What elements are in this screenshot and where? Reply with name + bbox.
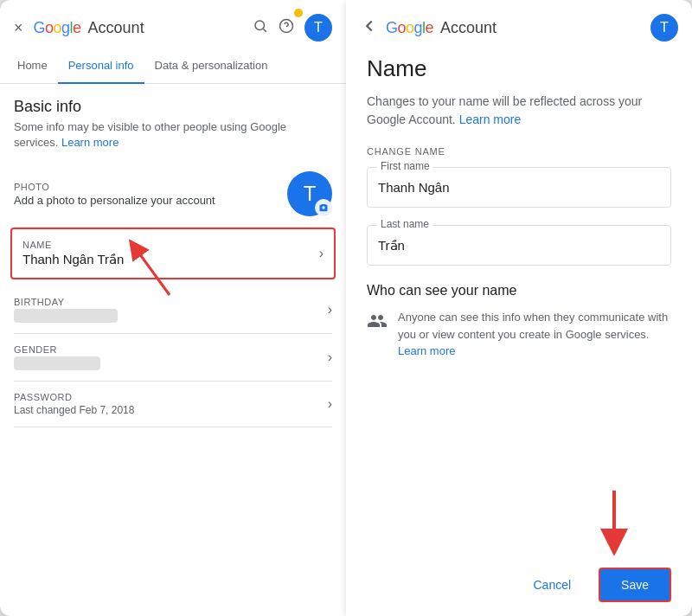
tab-data-personalization[interactable]: Data & personalization (144, 48, 279, 84)
google-logo-right: Google (386, 19, 433, 37)
gender-chevron: › (328, 350, 332, 365)
left-header: × Google Account T (0, 0, 346, 42)
tabs: Home Personal info Data & personalizatio… (0, 48, 346, 84)
people-icon (367, 311, 388, 337)
password-chevron: › (328, 396, 332, 412)
learn-more-left[interactable]: Learn more (61, 136, 119, 149)
right-header: Google Account T (346, 0, 692, 42)
avatar-right[interactable]: T (650, 14, 678, 42)
header-icons: T (253, 14, 332, 42)
photo-desc: Add a photo to personalize your account (14, 194, 215, 207)
tab-personal-info[interactable]: Personal info (58, 48, 144, 84)
photo-label: PHOTO (14, 182, 215, 192)
learn-more-right-bottom[interactable]: Learn more (398, 344, 455, 357)
name-info: NAME Thanh Ngân Trần (22, 240, 124, 267)
gender-row[interactable]: GENDER › (14, 334, 332, 382)
svg-point-0 (255, 21, 265, 30)
page-desc: Changes to your name will be reflected a… (367, 93, 671, 129)
password-label: PASSWORD (14, 392, 134, 402)
right-content: Name Changes to your name will be reflec… (346, 42, 692, 554)
help-icon[interactable] (279, 18, 294, 38)
first-name-input[interactable] (367, 167, 671, 208)
photo-avatar[interactable]: T (287, 171, 332, 216)
left-content: Basic info Some info may be visible to o… (0, 84, 346, 616)
name-chevron: › (319, 246, 324, 261)
svg-line-1 (263, 29, 266, 31)
birthday-info: BIRTHDAY (14, 297, 118, 323)
gender-info: GENDER (14, 344, 100, 370)
search-icon[interactable] (253, 18, 268, 38)
svg-line-4 (135, 247, 170, 295)
avatar[interactable]: T (304, 14, 332, 42)
who-can-see-section: Who can see your name Anyone can see thi… (367, 283, 671, 360)
password-last-changed: Last changed Feb 7, 2018 (14, 404, 134, 416)
yellow-dot (294, 9, 303, 17)
header-title-right: Account (440, 19, 644, 37)
who-can-see-content: Anyone can see this info when they commu… (367, 309, 671, 360)
birthday-value (14, 309, 118, 323)
password-info: PASSWORD Last changed Feb 7, 2018 (14, 392, 134, 416)
save-button[interactable]: Save (599, 568, 671, 602)
first-name-label: First name (377, 160, 433, 172)
bottom-actions: Cancel Save (346, 554, 692, 616)
birthday-chevron: › (328, 302, 332, 318)
page-title: Name (367, 55, 671, 82)
gender-value (14, 356, 100, 370)
back-button[interactable] (360, 16, 379, 40)
google-logo: Google (34, 19, 81, 37)
tab-home[interactable]: Home (7, 48, 58, 84)
left-panel: × Google Account T Home Personal info Da… (0, 0, 346, 616)
right-panel: Google Account T Name Changes to your na… (346, 0, 692, 616)
basic-info-title: Basic info (14, 98, 332, 116)
arrow-annotation-left (118, 239, 187, 299)
gender-label: GENDER (14, 344, 100, 355)
change-name-label: CHANGE NAME (367, 146, 671, 157)
close-button[interactable]: × (14, 19, 23, 37)
birthday-label: BIRTHDAY (14, 297, 118, 307)
name-label: NAME (22, 240, 124, 250)
last-name-input[interactable] (367, 225, 671, 266)
last-name-group: Last name (367, 225, 671, 266)
header-title: Account (88, 19, 246, 37)
arrow-annotation-right (588, 486, 640, 555)
photo-row[interactable]: PHOTO Add a photo to personalize your ac… (14, 161, 332, 228)
who-can-see-title: Who can see your name (367, 283, 671, 298)
cancel-button[interactable]: Cancel (519, 571, 585, 599)
basic-info-desc: Some info may be visible to other people… (14, 119, 332, 151)
name-value: Thanh Ngân Trần (22, 252, 124, 267)
birthday-row[interactable]: BIRTHDAY › (14, 286, 332, 334)
first-name-group: First name (367, 167, 671, 208)
learn-more-right-top[interactable]: Learn more (459, 112, 522, 126)
camera-icon (315, 199, 332, 216)
photo-info: PHOTO Add a photo to personalize your ac… (14, 182, 215, 207)
who-desc-text: Anyone can see this info when they commu… (398, 309, 671, 360)
password-row[interactable]: PASSWORD Last changed Feb 7, 2018 › (14, 382, 332, 427)
last-name-label: Last name (377, 218, 432, 230)
